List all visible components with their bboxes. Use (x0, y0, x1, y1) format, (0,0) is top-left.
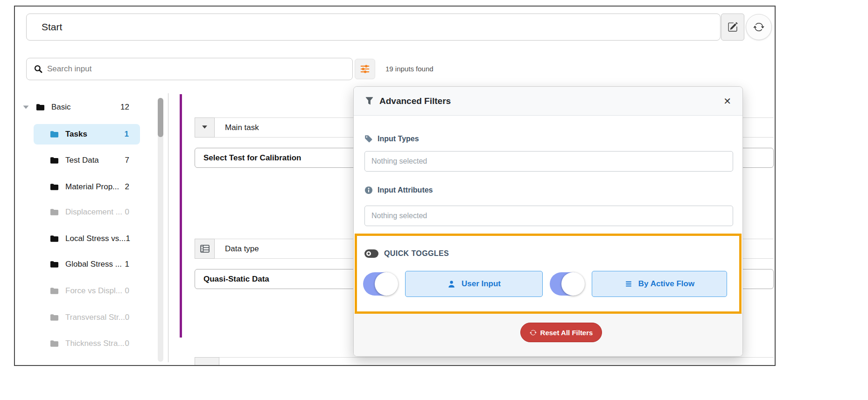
sidebar-item-count: 0 (125, 313, 159, 322)
input-attributes-label-text: Input Attributes (378, 186, 433, 194)
by-active-flow-button-label: By Active Flow (638, 279, 694, 289)
folder-icon (36, 103, 45, 112)
folder-icon (50, 234, 59, 243)
sidebar-item-material-prop[interactable]: Material Prop... 2 (21, 178, 159, 196)
input-types-label-text: Input Types (378, 135, 419, 143)
sidebar-item-label: Displacement ... (65, 207, 122, 217)
toggle-knob (561, 272, 585, 296)
advanced-filters-modal: Advanced Filters ✕ Input Types Input Att… (353, 86, 743, 357)
search-input[interactable] (47, 64, 352, 74)
modal-title: Advanced Filters (379, 96, 451, 106)
sidebar-item-thickness[interactable]: Thickness Stra... 0 (21, 334, 159, 353)
sidebar-item-label: Local Stress vs... (65, 234, 126, 243)
sidebar-item-count: 0 (125, 207, 159, 217)
toggle-icon (364, 249, 378, 258)
modal-header: Advanced Filters ✕ (354, 87, 742, 116)
input-attributes-select[interactable] (364, 206, 733, 226)
collapse-section-button[interactable] (195, 117, 215, 138)
funnel-icon (365, 97, 374, 105)
search-box (26, 58, 353, 80)
sidebar-item-label: Tasks (65, 130, 87, 139)
section-header-cut-off (195, 357, 774, 366)
app-window: Start 19 inputs found Basic 12 Tasks 1 (14, 6, 776, 366)
sidebar-item-global-stress[interactable]: Global Stress ... 1 (21, 255, 159, 274)
by-active-flow-toggle[interactable] (550, 272, 584, 296)
cut-off-section-button[interactable] (195, 357, 219, 366)
sidebar-item-count: 7 (125, 156, 159, 165)
sidebar-item-transversal[interactable]: Transversal Str... 0 (21, 308, 159, 327)
pencil-square-icon (728, 22, 738, 32)
sidebar-item-count: 0 (125, 339, 159, 348)
advanced-filters-button[interactable] (355, 59, 375, 79)
sidebar-item-test-data[interactable]: Test Data 7 (21, 151, 159, 170)
input-attributes-label: Input Attributes (364, 186, 433, 194)
content-accent-bar (180, 94, 182, 338)
caret-down-icon[interactable] (22, 105, 30, 110)
sidebar-item-local-stress[interactable]: Local Stress vs... 1 (21, 229, 159, 248)
sidebar-item-basic[interactable]: Basic 12 (21, 98, 159, 117)
toggle-knob (375, 272, 398, 296)
refresh-icon (753, 21, 764, 33)
tree-scrollbar-track (158, 98, 163, 362)
reset-all-filters-button[interactable]: Reset All Filters (520, 323, 602, 342)
sidebar-item-count: 1 (125, 130, 140, 139)
table-list-icon (200, 245, 210, 253)
quick-toggles-heading-text: QUICK TOGGLES (384, 249, 449, 258)
refresh-icon (530, 329, 537, 336)
sidebar-item-label: Material Prop... (65, 182, 119, 192)
input-types-select[interactable] (364, 151, 733, 172)
flow-title-input[interactable]: Start (26, 14, 721, 41)
folder-icon (50, 208, 59, 217)
sidebar-item-tasks[interactable]: Tasks 1 (34, 124, 140, 145)
sidebar-item-label: Transversal Str... (65, 313, 125, 322)
modal-footer: Reset All Filters (354, 313, 742, 356)
sidebar-item-label: Global Stress ... (65, 260, 122, 269)
folder-icon (50, 130, 59, 139)
sidebar-divider (168, 93, 168, 362)
tree-scrollbar-thumb[interactable] (158, 98, 163, 137)
section-header-label: Main task (215, 123, 259, 132)
search-icon (34, 65, 42, 73)
folder-icon (50, 260, 59, 269)
tag-icon (364, 135, 373, 143)
caret-down-icon (202, 125, 208, 130)
sidebar-item-count: 12 (120, 103, 159, 112)
folder-icon (50, 287, 59, 296)
refresh-button[interactable] (746, 14, 772, 40)
close-icon[interactable]: ✕ (723, 97, 731, 106)
user-input-button-label: User Input (462, 279, 501, 289)
section-header-label: Data type (215, 244, 259, 254)
user-input-toggle[interactable] (363, 272, 397, 296)
sidebar-item-count: 2 (125, 182, 159, 192)
sidebar-item-label: Test Data (65, 156, 99, 165)
folder-icon (50, 183, 59, 192)
user-input-button[interactable]: User Input (405, 271, 543, 297)
info-circle-icon (364, 186, 373, 194)
sidebar-item-count: 1 (125, 260, 159, 269)
folder-icon (50, 339, 59, 348)
by-active-flow-button[interactable]: By Active Flow (592, 271, 727, 297)
data-type-section-button[interactable] (195, 239, 215, 259)
edit-button[interactable] (721, 14, 744, 41)
person-icon (447, 280, 456, 289)
input-types-label: Input Types (364, 135, 419, 143)
sidebar-item-displacement[interactable]: Displacement ... 0 (21, 203, 159, 221)
sidebar-item-label: Basic (51, 103, 71, 112)
quick-toggles-heading: QUICK TOGGLES (364, 249, 449, 258)
sidebar-item-count: 0 (125, 286, 159, 296)
three-lines-icon (624, 280, 633, 288)
sidebar-item-label: Thickness Stra... (65, 339, 125, 348)
folder-icon (50, 313, 59, 322)
sliders-icon (360, 64, 370, 74)
sidebar-item-force-displ[interactable]: Force vs Displ... 0 (21, 282, 159, 300)
results-count-text: 19 inputs found (385, 59, 434, 79)
folder-icon (50, 156, 59, 165)
reset-all-filters-label: Reset All Filters (540, 329, 593, 337)
sidebar-item-label: Force vs Displ... (65, 286, 122, 296)
sidebar-item-count: 1 (126, 234, 159, 243)
